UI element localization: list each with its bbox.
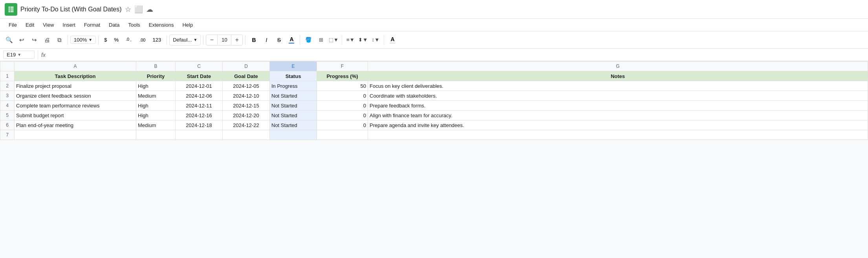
decimal-decrease-button[interactable]: .0← bbox=[123, 34, 136, 46]
undo-button[interactable]: ↩ bbox=[16, 34, 27, 46]
cell-c2[interactable]: 2024-12-01 bbox=[176, 81, 223, 91]
cell-g2[interactable]: Focus on key client deliverables. bbox=[368, 81, 868, 91]
merge-cells-button[interactable]: ⬚▼ bbox=[328, 34, 339, 46]
cell-g5[interactable]: Align with finance team for accuracy. bbox=[368, 111, 868, 120]
header-priority[interactable]: Priority bbox=[136, 71, 176, 81]
search-button[interactable]: 🔍 bbox=[3, 34, 15, 46]
cell-b3[interactable]: Medium bbox=[136, 91, 176, 101]
star-icon[interactable]: ☆ bbox=[125, 5, 131, 14]
menu-help[interactable]: Help bbox=[178, 20, 197, 29]
spreadsheet-grid: A B C D E F G 1 Task Description Priorit… bbox=[0, 61, 868, 140]
horizontal-align-button[interactable]: ≡▼ bbox=[344, 34, 356, 46]
redo-button[interactable]: ↪ bbox=[28, 34, 40, 46]
header-notes[interactable]: Notes bbox=[368, 71, 868, 81]
cell-a3[interactable]: Organize client feedback session bbox=[15, 91, 136, 101]
header-progress[interactable]: Progress (%) bbox=[317, 71, 368, 81]
strikethrough-button[interactable]: S bbox=[273, 34, 285, 46]
cell-d3[interactable]: 2024-12-10 bbox=[223, 91, 270, 101]
text-color-button[interactable]: A bbox=[286, 34, 297, 46]
cell-g4[interactable]: Prepare feedback forms. bbox=[368, 101, 868, 111]
cell-f2[interactable]: 50 bbox=[317, 81, 368, 91]
header-status[interactable]: Status bbox=[270, 71, 317, 81]
cell-e7[interactable] bbox=[270, 130, 317, 140]
col-header-a[interactable]: A bbox=[15, 62, 136, 71]
decimal-increase-button[interactable]: .00 bbox=[136, 34, 148, 46]
bold-button[interactable]: B bbox=[248, 34, 260, 46]
borders-button[interactable]: ⊞ bbox=[315, 34, 327, 46]
row-number-4: 4 bbox=[0, 101, 15, 111]
cell-g6[interactable]: Prepare agenda and invite key attendees. bbox=[368, 120, 868, 130]
header-task-description[interactable]: Task Description bbox=[15, 71, 136, 81]
col-header-g[interactable]: G bbox=[368, 62, 868, 71]
percent-format-button[interactable]: % bbox=[111, 34, 122, 46]
italic-button[interactable]: I bbox=[260, 34, 272, 46]
menu-extensions[interactable]: Extensions bbox=[145, 20, 178, 29]
cell-g3[interactable]: Coordinate with stakeholders. bbox=[368, 91, 868, 101]
cloud-icon[interactable]: ☁ bbox=[146, 5, 153, 14]
format-123-button[interactable]: 123 bbox=[149, 34, 164, 46]
col-header-b[interactable]: B bbox=[136, 62, 176, 71]
spreadsheet-table: A B C D E F G 1 Task Description Priorit… bbox=[0, 61, 868, 140]
menu-format[interactable]: Format bbox=[80, 20, 104, 29]
cell-a7[interactable] bbox=[15, 130, 136, 140]
col-header-d[interactable]: D bbox=[223, 62, 270, 71]
cell-d4[interactable]: 2024-12-15 bbox=[223, 101, 270, 111]
cell-a4[interactable]: Complete team performance reviews bbox=[15, 101, 136, 111]
menu-edit[interactable]: Edit bbox=[22, 20, 38, 29]
cell-e3[interactable]: Not Started bbox=[270, 91, 317, 101]
fill-color-button[interactable]: 🪣 bbox=[302, 34, 314, 46]
cell-a5[interactable]: Submit budget report bbox=[15, 111, 136, 120]
paint-format-button[interactable]: ⧉ bbox=[53, 34, 65, 46]
header-start-date[interactable]: Start Date bbox=[176, 71, 223, 81]
cell-b6[interactable]: Medium bbox=[136, 120, 176, 130]
cell-e2[interactable]: In Progress bbox=[270, 81, 317, 91]
cell-d2[interactable]: 2024-12-05 bbox=[223, 81, 270, 91]
document-title: Priority To-Do List (With Goal Dates) bbox=[20, 6, 122, 13]
cell-e5[interactable]: Not Started bbox=[270, 111, 317, 120]
font-size-increase-button[interactable]: + bbox=[231, 35, 242, 45]
cell-d6[interactable]: 2024-12-22 bbox=[223, 120, 270, 130]
cell-a2[interactable]: Finalize project proposal bbox=[15, 81, 136, 91]
print-button[interactable]: 🖨 bbox=[41, 34, 53, 46]
cell-e6[interactable]: Not Started bbox=[270, 120, 317, 130]
cell-f5[interactable]: 0 bbox=[317, 111, 368, 120]
cell-c3[interactable]: 2024-12-06 bbox=[176, 91, 223, 101]
table-row: 1 Task Description Priority Start Date G… bbox=[0, 71, 868, 81]
menu-file[interactable]: File bbox=[5, 20, 21, 29]
cell-f6[interactable]: 0 bbox=[317, 120, 368, 130]
col-header-f[interactable]: F bbox=[317, 62, 368, 71]
menu-insert[interactable]: Insert bbox=[59, 20, 79, 29]
col-header-c[interactable]: C bbox=[176, 62, 223, 71]
cell-f7[interactable] bbox=[317, 130, 368, 140]
folder-icon[interactable]: ⬜ bbox=[134, 5, 143, 14]
cell-d7[interactable] bbox=[223, 130, 270, 140]
cell-c6[interactable]: 2024-12-18 bbox=[176, 120, 223, 130]
vertical-align-button[interactable]: ⬍▼ bbox=[357, 34, 369, 46]
cell-reference-box[interactable]: E19 ▼ bbox=[3, 51, 35, 59]
cell-c7[interactable] bbox=[176, 130, 223, 140]
font-size-decrease-button[interactable]: − bbox=[206, 35, 217, 45]
cell-f4[interactable]: 0 bbox=[317, 101, 368, 111]
cell-e4[interactable]: Not Started bbox=[270, 101, 317, 111]
menu-tools[interactable]: Tools bbox=[124, 20, 144, 29]
cell-c5[interactable]: 2024-12-16 bbox=[176, 111, 223, 120]
cell-b7[interactable] bbox=[136, 130, 176, 140]
font-selector[interactable]: Defaul... ▼ bbox=[169, 35, 201, 45]
cell-d5[interactable]: 2024-12-20 bbox=[223, 111, 270, 120]
zoom-selector[interactable]: 100% ▼ bbox=[70, 36, 96, 44]
text-color-right-button[interactable]: A bbox=[386, 34, 398, 46]
font-size-value[interactable]: 10 bbox=[217, 35, 231, 45]
text-rotation-button[interactable]: ↕▼ bbox=[370, 34, 381, 46]
col-header-e[interactable]: E bbox=[270, 62, 317, 71]
header-goal-date[interactable]: Goal Date bbox=[223, 71, 270, 81]
cell-f3[interactable]: 0 bbox=[317, 91, 368, 101]
currency-format-button[interactable]: $ bbox=[101, 34, 110, 46]
cell-g7[interactable] bbox=[368, 130, 868, 140]
cell-c4[interactable]: 2024-12-11 bbox=[176, 101, 223, 111]
menu-data[interactable]: Data bbox=[105, 20, 123, 29]
cell-b4[interactable]: High bbox=[136, 101, 176, 111]
cell-a6[interactable]: Plan end-of-year meeting bbox=[15, 120, 136, 130]
menu-view[interactable]: View bbox=[39, 20, 58, 29]
cell-b2[interactable]: High bbox=[136, 81, 176, 91]
cell-b5[interactable]: High bbox=[136, 111, 176, 120]
